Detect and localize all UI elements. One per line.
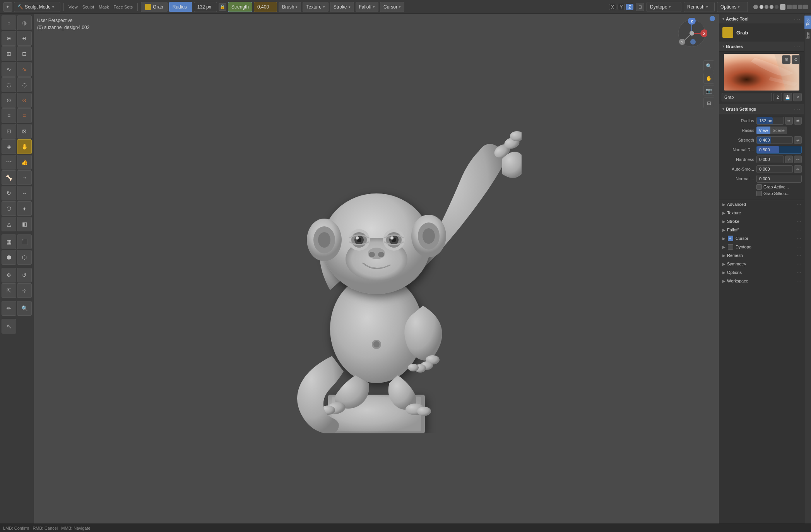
texture-row[interactable]: ▶ Texture ··· [719, 209, 804, 217]
xyz-toggle[interactable]: X Y Z [609, 4, 633, 10]
sculpt-menu[interactable]: Sculpt [81, 5, 96, 9]
workspace-row[interactable]: ▶ Workspace ··· [719, 277, 804, 285]
tool-name-btn[interactable]: Grab [141, 2, 168, 12]
grid-btn[interactable]: ⊞ [703, 98, 714, 108]
stroke-row[interactable]: ▶ Stroke ··· [719, 217, 804, 226]
normal-weight-value[interactable]: 0.000 [756, 175, 802, 183]
tool-pose[interactable]: 🦴 [2, 170, 16, 185]
tool-flatten2[interactable]: ⊟ [17, 46, 32, 61]
facesets-menu[interactable]: Face Sets [112, 5, 135, 9]
tool-annotate2[interactable]: 🔍 [17, 301, 32, 316]
tool-flatten[interactable]: ⊞ [2, 46, 16, 61]
grab-silhou-checkbox[interactable] [756, 191, 762, 196]
tool-draw[interactable]: ○ [2, 15, 16, 30]
tool-slide[interactable]: ↔ [17, 186, 32, 200]
hardness-value[interactable]: 0.000 [756, 156, 784, 163]
symmetry-row[interactable]: ▶ Symmetry ··· [719, 260, 804, 268]
tool-smooth2[interactable]: ◌ [17, 77, 32, 92]
tool-pinch2[interactable]: ⊙ [17, 93, 32, 108]
tool-scale[interactable]: ⇱ [2, 283, 16, 298]
brush-menu-btn[interactable]: Brush ▾ [279, 2, 301, 12]
tool-layer[interactable]: ≡ [2, 108, 16, 123]
tool-thumb[interactable]: 👍 [17, 155, 32, 169]
tool-smooth[interactable]: ◌ [2, 77, 16, 92]
cursor-row[interactable]: ▶ ✓ Cursor ··· [719, 234, 804, 243]
tool-transform[interactable]: ⊹ [17, 283, 32, 298]
falloff-row[interactable]: ▶ Falloff ··· [719, 226, 804, 234]
brush-close-btn[interactable]: ✕ [793, 93, 802, 101]
viewport-shading-btn[interactable]: ◻ [636, 3, 644, 11]
viewport[interactable]: User Perspective (0) suzanne_design4.002 [34, 14, 719, 523]
tool-elastic[interactable]: ◈ [2, 139, 16, 154]
tool-cursor[interactable]: ↖ [2, 319, 16, 334]
active-tool-header[interactable]: ▾ Active Tool ··· [719, 14, 804, 24]
tool-tab[interactable]: Tool [804, 15, 811, 29]
tool-mask2[interactable]: ▦ [2, 234, 16, 249]
tool-multiplane[interactable]: ⊡ [2, 124, 16, 139]
options-row[interactable]: ▶ Options ··· [719, 268, 804, 277]
strength-value-display[interactable]: 0.400 [756, 136, 793, 144]
radius-value-field[interactable]: 132 px [194, 2, 217, 12]
hardness-swap-btn[interactable]: ⇄ [785, 156, 793, 163]
brushes-header[interactable]: ▾ Brushes ··· [719, 41, 804, 51]
strength-value-field[interactable]: 0.400 [254, 2, 277, 12]
item-tab[interactable]: Item [804, 29, 811, 42]
normal-radius-value[interactable]: 0.500 [756, 146, 802, 154]
radius-lock-btn[interactable]: ⇄ [794, 117, 802, 125]
grab-active-checkbox[interactable] [756, 184, 762, 190]
zoom-to-fit-btn[interactable]: 🔍 [703, 60, 714, 71]
strength-lock-btn[interactable]: ⇄ [794, 136, 802, 144]
radius-unit-view-btn[interactable]: View [756, 127, 770, 134]
tool-draw2[interactable]: ◑ [17, 15, 32, 30]
brush-settings-header[interactable]: ▾ Brush Settings ··· [719, 104, 804, 114]
cursor-menu-btn[interactable]: Cursor ▾ [380, 2, 404, 12]
tool-cloth[interactable]: ♦ [17, 201, 32, 216]
options-dropdown[interactable]: Options ▾ [717, 2, 748, 12]
cursor-checkbox[interactable]: ✓ [728, 236, 733, 241]
brush-expand-btn[interactable]: ⊞ [782, 55, 790, 64]
mask-menu[interactable]: Mask [97, 5, 110, 9]
autosmooth-value[interactable]: 0.000 [756, 165, 793, 173]
advanced-row[interactable]: ▶ Advanced ··· [719, 200, 804, 209]
tool-layer2[interactable]: ≡ [17, 108, 32, 123]
tool-crease[interactable]: ∿ [2, 62, 16, 77]
tool-facesets2[interactable]: ⬡ [17, 250, 32, 265]
radius-edit-btn[interactable]: ✏ [785, 117, 793, 125]
remesh-dropdown[interactable]: Remesh ▾ [684, 2, 715, 12]
dyntopo-row[interactable]: ▶ Dyntopo ··· [719, 243, 804, 251]
radius-unit-scene-btn[interactable]: Scene [770, 127, 787, 134]
view-menu[interactable]: View [67, 5, 79, 9]
tool-nudge[interactable]: → [17, 170, 32, 185]
tool-inflate[interactable]: ⊕ [2, 31, 16, 46]
stroke-menu-btn[interactable]: Stroke ▾ [330, 2, 354, 12]
tool-annotate[interactable]: ✏ [2, 301, 16, 316]
tool-paint[interactable]: ⬛ [17, 234, 32, 249]
texture-menu-btn[interactable]: Texture ▾ [303, 2, 328, 12]
tool-multiplane2[interactable]: ⊠ [17, 124, 32, 139]
camera-btn[interactable]: 📷 [703, 85, 714, 96]
nav-gizmo[interactable]: Z X Y [676, 18, 707, 50]
tool-grab-active[interactable]: ✋ [17, 139, 32, 154]
falloff-menu-btn[interactable]: Falloff ▾ [356, 2, 378, 12]
tool-move[interactable]: ✥ [2, 268, 16, 282]
tool-crease2[interactable]: ∿ [17, 62, 32, 77]
tool-pinch[interactable]: ⊙ [2, 93, 16, 108]
tool-snake[interactable]: 〰 [2, 155, 16, 169]
radius-value-display[interactable]: 132 px [756, 117, 784, 125]
tool-mask[interactable]: ◧ [17, 217, 32, 231]
tool-inflate2[interactable]: ⊖ [17, 31, 32, 46]
brush-save-btn[interactable]: 💾 [784, 93, 792, 101]
tool-rotate[interactable]: ↻ [2, 186, 16, 200]
tool-facesets[interactable]: ⬢ [2, 250, 16, 265]
autosmooth-edit-btn[interactable]: ✏ [794, 165, 802, 173]
remesh-row[interactable]: ▶ Remesh ··· [719, 251, 804, 260]
dyntopo-checkbox[interactable] [728, 244, 733, 250]
dyntopo-dropdown[interactable]: Dyntopo ▾ [647, 2, 681, 12]
blender-icon-btn[interactable]: ✦ [3, 2, 12, 12]
grid-icon[interactable] [780, 4, 785, 10]
radius-lock-btn[interactable]: 🔒 [219, 3, 226, 11]
tool-boundary[interactable]: ⬡ [2, 201, 16, 216]
hardness-edit-btn[interactable]: ✏ [794, 156, 802, 163]
brush-settings-btn[interactable]: ⚙ [792, 55, 800, 64]
pan-btn[interactable]: ✋ [703, 73, 714, 84]
